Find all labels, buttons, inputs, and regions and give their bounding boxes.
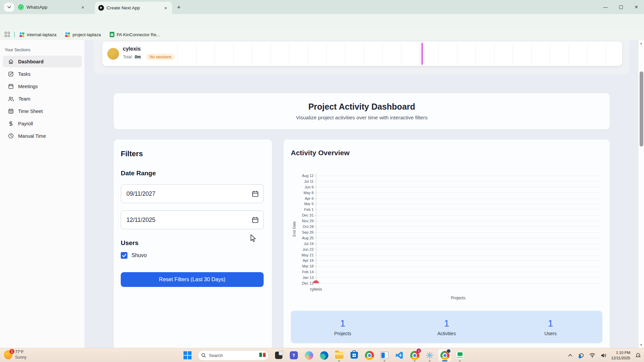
- chevron-down-icon: [7, 6, 11, 8]
- apps-grid-icon[interactable]: [5, 32, 10, 37]
- search-placeholder: Search: [209, 353, 223, 358]
- y-tick-label: Feb 14: [285, 270, 314, 274]
- chrome-active-icon[interactable]: [440, 350, 450, 361]
- sidebar-item-payroll[interactable]: Payroll: [3, 118, 82, 129]
- maximize-icon: [619, 5, 623, 9]
- user-checkbox[interactable]: [121, 252, 127, 259]
- sidebar-item-meetings[interactable]: Meetings: [3, 80, 82, 92]
- volume-icon[interactable]: [600, 353, 607, 358]
- clock-icon: [8, 133, 14, 139]
- timeline-gridline: [513, 44, 513, 64]
- window-app-icon[interactable]: [379, 350, 389, 361]
- window-controls: — ✕: [598, 0, 644, 14]
- stat-users: 1 Users: [498, 318, 602, 336]
- start-date-input[interactable]: [121, 185, 263, 203]
- copilot-icon[interactable]: [304, 350, 314, 361]
- sidebar-item-dashboard[interactable]: Dashboard: [3, 56, 82, 67]
- tray-time: 1:10 PM: [611, 350, 630, 355]
- y-tick-label: Mar 5: [285, 202, 314, 206]
- start-button[interactable]: [182, 350, 193, 361]
- weather-widget[interactable]: 1 77°F Sunny: [4, 349, 26, 360]
- page-sidebar: Your Sections Dashboard Tasks Meetings T…: [0, 40, 85, 348]
- project-name: cylexis: [123, 46, 141, 52]
- bookmarks-separator: [14, 32, 15, 38]
- close-tab-icon[interactable]: ×: [80, 4, 86, 10]
- data-point[interactable]: [313, 280, 319, 283]
- y-tick: [315, 278, 316, 278]
- tab-whatsapp[interactable]: WhatsApp ×: [15, 0, 89, 14]
- timeline-gridline: [569, 44, 569, 64]
- session-total: Total: 0m: [123, 55, 142, 59]
- taskpro-icon[interactable]: TaskPro: [455, 350, 465, 361]
- timeline-gridline: [308, 44, 308, 64]
- y-tick-label: Oct 28: [285, 225, 314, 229]
- y-tick: [315, 266, 316, 266]
- close-tab-icon[interactable]: ×: [163, 5, 169, 11]
- profile-photo-badge: [446, 349, 451, 353]
- timeline-gridline: [420, 44, 420, 64]
- chrome-icon[interactable]: [364, 350, 374, 361]
- user-filter-row: Shuvo: [121, 252, 265, 259]
- page-scrollbar[interactable]: ▲ ▼: [638, 40, 644, 348]
- tab-create-next-app[interactable]: Create Next App ×: [95, 2, 172, 14]
- bookmark-pa-kinconnector-re-[interactable]: PA KinConnector Re...: [110, 32, 160, 37]
- y-tick: [315, 272, 316, 272]
- bookmark-internal-laplaza[interactable]: internal-laplaza: [19, 32, 56, 37]
- taskbar-clock[interactable]: 1:10 PM 12/11/2025: [611, 350, 630, 361]
- clipper-icon[interactable]: [274, 350, 284, 361]
- slack-icon: [19, 32, 24, 37]
- snowflake-icon[interactable]: [425, 350, 435, 361]
- close-window-button[interactable]: ✕: [629, 0, 644, 14]
- tab-search-button[interactable]: [4, 3, 14, 12]
- timeline-gridline: [364, 44, 364, 64]
- sync-update-icon[interactable]: [578, 353, 585, 358]
- gridline: [316, 244, 601, 244]
- wifi-icon[interactable]: [589, 353, 596, 358]
- gridline: [316, 181, 601, 182]
- notification-bell-icon[interactable]: z: [635, 353, 641, 358]
- store-icon[interactable]: [349, 350, 359, 361]
- vscode-icon[interactable]: [394, 350, 405, 361]
- stats-summary: 1 Projects1 Activities1 Users: [291, 311, 602, 343]
- scroll-up-icon[interactable]: ▲: [640, 42, 643, 45]
- y-tick-label: Dec 12: [285, 281, 314, 285]
- sidebar-item-time-sheet[interactable]: Time Sheet: [3, 105, 82, 117]
- scrollbar-thumb[interactable]: [640, 71, 643, 146]
- gridline: [316, 272, 601, 272]
- task-check-icon: [8, 71, 14, 77]
- maximize-button[interactable]: [613, 0, 629, 14]
- chrome-profile-icon[interactable]: S: [410, 350, 420, 361]
- calendar-icon[interactable]: [252, 190, 259, 197]
- bookmark-label: project-laplaza: [72, 32, 101, 37]
- reset-filters-button[interactable]: Reset Filters (Last 30 Days): [121, 272, 264, 287]
- edge-icon[interactable]: [319, 350, 329, 361]
- minimize-button[interactable]: —: [598, 0, 613, 14]
- timeline-gridline: [475, 44, 476, 64]
- stat-activities: 1 Activities: [395, 318, 499, 336]
- user-name: Shuvo: [131, 252, 147, 258]
- end-date-input[interactable]: [121, 211, 263, 229]
- y-tick-label: Jun 9: [285, 185, 314, 189]
- weather-temp: 77°F: [15, 349, 26, 355]
- dashboard-header-card: Project Activity Dashboard Visualize pro…: [114, 93, 610, 129]
- sidebar-item-tasks[interactable]: Tasks: [3, 68, 82, 80]
- total-value: 0m: [134, 54, 142, 60]
- sidebar-item-label: Tasks: [18, 71, 31, 77]
- chevron-up-icon[interactable]: [567, 354, 574, 357]
- timeline-gridline: [494, 44, 494, 64]
- gridline: [316, 266, 601, 266]
- teams-icon[interactable]: T: [289, 350, 299, 361]
- sidebar-heading: Your Sections: [5, 48, 85, 52]
- sidebar-item-team[interactable]: Team: [3, 93, 82, 105]
- calendar-icon[interactable]: [252, 217, 259, 223]
- new-tab-button[interactable]: +: [175, 3, 183, 11]
- taskbar-search[interactable]: Search: [198, 350, 269, 361]
- sidebar-item-label: Payroll: [18, 121, 33, 126]
- bookmark-project-laplaza[interactable]: project-laplaza: [65, 32, 101, 37]
- y-tick-label: Aug 12: [285, 174, 314, 178]
- weather-condition: Sunny: [15, 355, 26, 360]
- file-explorer-icon[interactable]: [334, 350, 344, 361]
- scroll-down-icon[interactable]: ▼: [640, 343, 643, 347]
- sidebar-item-manual-time[interactable]: Manual Time: [3, 130, 82, 142]
- y-tick-label: Nov 29: [285, 219, 314, 223]
